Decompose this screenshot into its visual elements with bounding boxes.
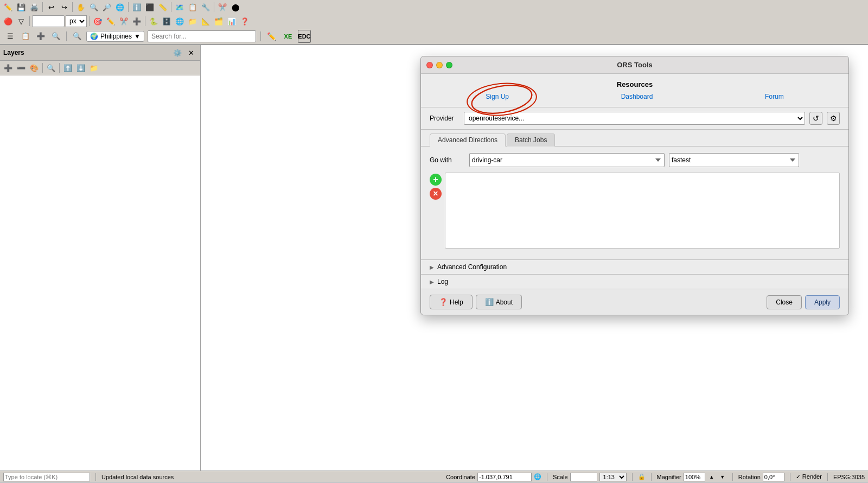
location-selector[interactable]: 🌍 Philippines ▼ [86, 31, 144, 42]
add-btn[interactable]: ➕ [131, 15, 143, 27]
raster-btn[interactable]: 🗂️ [213, 15, 225, 27]
delete-btn[interactable]: ✂️ [118, 15, 130, 27]
snap2-btn[interactable]: 🎯 [92, 15, 104, 27]
dashboard-link[interactable]: Dashboard [621, 93, 653, 100]
browser-btn[interactable]: 🌐 [174, 15, 186, 27]
signup-link[interactable]: Sign Up [486, 93, 509, 100]
maximize-dot[interactable] [446, 62, 452, 68]
status-sep3 [632, 473, 633, 481]
provider-settings-btn[interactable]: ⚙ [827, 112, 840, 125]
preference-select[interactable]: fastest shortest recommended [669, 153, 799, 167]
scale-input[interactable] [570, 473, 597, 481]
close-dot[interactable] [426, 62, 433, 68]
undo-btn[interactable]: ↩ [45, 1, 57, 13]
search-input[interactable] [148, 30, 256, 42]
layers-close-btn[interactable]: ✕ [185, 47, 197, 59]
vector-btn[interactable]: 📐 [200, 15, 212, 27]
save-btn[interactable]: 💾 [15, 1, 27, 13]
node-btn[interactable]: ⬤ [229, 1, 241, 13]
sep8 [145, 16, 145, 26]
edit-btn[interactable]: ✏️ [2, 1, 14, 13]
layers-title-area: Layers [3, 49, 24, 56]
forum-link[interactable]: Forum [765, 93, 784, 100]
nav-locate[interactable]: 🔍 [71, 30, 83, 42]
rotation-input[interactable]: 0 [32, 15, 65, 27]
lock-icon: 🔒 [638, 473, 646, 480]
db-btn[interactable]: 🗄️ [161, 15, 173, 27]
layer-btn[interactable]: 📋 [187, 1, 199, 13]
vehicle-select[interactable]: driving-car driving-hgv cycling-regular … [469, 153, 665, 167]
measure-btn[interactable]: 📏 [157, 1, 169, 13]
add-waypoint-btn[interactable]: + [430, 174, 442, 186]
log-header[interactable]: ▶ Log [430, 278, 840, 285]
geom-btn[interactable]: ▽ [15, 15, 27, 27]
snap-btn[interactable]: 🔴 [2, 15, 14, 27]
status-sep4 [651, 473, 652, 481]
about-button[interactable]: ℹ️ About [476, 295, 522, 309]
sep6 [29, 16, 30, 26]
footer-right: Close Apply [767, 295, 840, 309]
nav-filter[interactable]: 🔍 [50, 30, 62, 42]
magnifier-down[interactable]: ▼ [718, 473, 727, 481]
provider-select[interactable]: openrouteservice... [464, 112, 805, 125]
remove-waypoint-btn[interactable]: × [430, 188, 442, 200]
layers-settings-btn[interactable]: ⚙️ [171, 47, 183, 59]
edc-btn[interactable]: EDC [298, 30, 311, 43]
scale-select[interactable]: 1:13 [599, 473, 627, 481]
minimize-dot[interactable] [436, 62, 443, 68]
folder-btn[interactable]: 📁 [187, 15, 199, 27]
nav-layers[interactable]: 📋 [20, 30, 31, 42]
layers-down-btn[interactable]: ⬇️ [75, 62, 87, 74]
locate-item [3, 473, 90, 481]
sep5 [214, 2, 214, 12]
close-button[interactable]: Close [767, 295, 802, 309]
advanced-config-header[interactable]: ▶ Advanced Configuration [430, 263, 840, 271]
pan-btn[interactable]: ✋ [75, 1, 87, 13]
status-text: Updated local data sources [101, 474, 174, 480]
help-button[interactable]: ❓ Help [430, 295, 473, 309]
tab-batch-jobs[interactable]: Batch Jobs [507, 134, 555, 147]
layers-filter-btn[interactable]: 🔍 [45, 62, 57, 74]
zoom-in-btn[interactable]: 🔍 [88, 1, 100, 13]
advanced-config-section: ▶ Advanced Configuration [421, 259, 848, 274]
select-btn[interactable]: ⬛ [144, 1, 156, 13]
apply-button[interactable]: Apply [805, 295, 840, 309]
log-section: ▶ Log [421, 274, 848, 289]
rotation-status-input[interactable] [763, 473, 784, 481]
magnifier-input[interactable] [684, 473, 705, 481]
tab-advanced-directions[interactable]: Advanced Directions [430, 134, 506, 147]
layers-remove-btn[interactable]: ➖ [15, 62, 27, 74]
python-btn[interactable]: 🐍 [148, 15, 159, 27]
nav-toggle[interactable]: ☰ [4, 30, 16, 42]
locate-input[interactable] [3, 473, 90, 481]
identify-btn[interactable]: ℹ️ [131, 1, 143, 13]
dialog-title: ORS Tools [617, 61, 652, 69]
plugins-btn[interactable]: 🔧 [200, 1, 212, 13]
mesh-btn[interactable]: 📊 [226, 15, 238, 27]
layers-style-btn[interactable]: 🎨 [28, 62, 40, 74]
digitize-nav-btn[interactable]: ✏️ [265, 30, 278, 43]
waypoints-list [445, 173, 840, 249]
provider-refresh-btn[interactable]: ↺ [809, 112, 822, 125]
log-label: Log [437, 278, 448, 285]
location-label: Philippines [100, 33, 132, 40]
redo-btn[interactable]: ↪ [58, 1, 70, 13]
zoom-out-btn[interactable]: 🔎 [101, 1, 113, 13]
digitize-btn[interactable]: ✂️ [216, 1, 228, 13]
nav-add[interactable]: ➕ [35, 30, 47, 42]
dialog-body: Resources Sign Up Dashboard Forum [421, 74, 848, 289]
edit2-btn[interactable]: ✏️ [105, 15, 117, 27]
coordinate-input[interactable] [477, 473, 532, 481]
magnifier-up[interactable]: ▲ [707, 473, 716, 481]
coordinate-icon: 🌐 [534, 473, 541, 480]
help-btn[interactable]: ❓ [239, 15, 251, 27]
excel-btn[interactable]: XE [282, 30, 295, 43]
zoom-extent-btn[interactable]: 🌐 [114, 1, 126, 13]
layers-up-btn[interactable]: ⬆️ [62, 62, 74, 74]
map-tips-btn[interactable]: 🗺️ [174, 1, 186, 13]
layers-add-btn[interactable]: ➕ [2, 62, 14, 74]
rotation-unit-select[interactable]: px [66, 15, 87, 27]
layers-header-controls: ⚙️ ✕ [171, 47, 197, 59]
layers-group-btn[interactable]: 📁 [88, 62, 100, 74]
print-btn[interactable]: 🖨️ [28, 1, 40, 13]
